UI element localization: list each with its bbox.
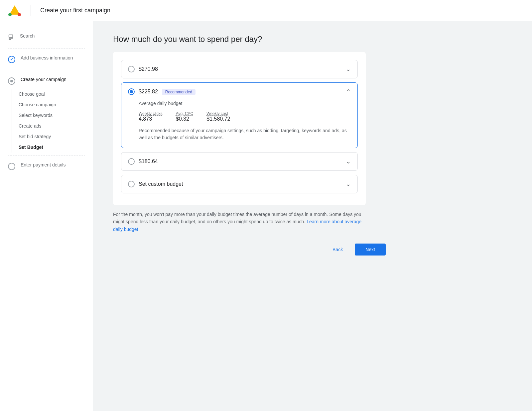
sidebar-divider-1 (8, 48, 85, 49)
sidebar-subitem-set-bid-strategy[interactable]: Set bid strategy (19, 131, 93, 142)
stat-weekly-cost-value: $1,580.72 (206, 116, 230, 122)
next-button[interactable]: Next (355, 244, 386, 256)
page-title: Create your first campaign (40, 7, 110, 14)
budget-option-custom-header[interactable]: Set custom budget ⌄ (121, 175, 357, 193)
svg-point-3 (18, 13, 21, 16)
recommended-badge: Recommended (162, 89, 196, 95)
radio-custom[interactable] (128, 181, 135, 187)
budget-option-180-header[interactable]: $180.64 ⌄ (121, 153, 357, 170)
chevron-down-icon-custom: ⌄ (346, 180, 351, 188)
stat-weekly-clicks-value: 4,873 (139, 116, 163, 122)
budget-option-custom-left: Set custom budget (128, 181, 183, 187)
campaign-circle-icon (8, 77, 15, 85)
main-layout: Search Add business information Create y… (0, 21, 532, 411)
stat-avg-cpc-value: $0.32 (176, 116, 193, 122)
budget-amount-custom: Set custom budget (139, 181, 183, 187)
chevron-down-icon-270: ⌄ (346, 65, 351, 73)
main-content: How much do you want to spend per day? $… (93, 21, 532, 411)
radio-270[interactable] (128, 66, 135, 72)
sidebar-item-search[interactable]: Search (0, 29, 93, 46)
sidebar-subitem-choose-campaign[interactable]: Choose campaign (19, 99, 93, 110)
budget-option-180-left: $180.64 (128, 158, 158, 165)
stat-weekly-clicks-label: Weekly clicks (139, 111, 163, 116)
logo-area: Create your first campaign (8, 4, 110, 17)
budget-amount-270: $270.98 (139, 66, 158, 72)
google-ads-logo (8, 4, 21, 17)
section-title: How much do you want to spend per day? (113, 35, 512, 44)
stat-weekly-clicks: Weekly clicks 4,873 (139, 111, 163, 122)
budget-option-180[interactable]: $180.64 ⌄ (121, 152, 358, 171)
budget-option-225-header[interactable]: $225.82 Recommended ⌃ (121, 83, 357, 101)
back-button[interactable]: Back (325, 244, 351, 256)
header: Create your first campaign (0, 0, 532, 21)
sidebar: Search Add business information Create y… (0, 21, 93, 411)
campaign-sub-items: Choose goal Choose campaign Select keywo… (0, 89, 93, 153)
sidebar-item-add-business[interactable]: Add business information (0, 51, 93, 67)
budget-option-270[interactable]: $270.98 ⌄ (121, 60, 358, 78)
sidebar-business-label: Add business information (21, 55, 73, 60)
sidebar-divider-3 (8, 155, 85, 155)
sidebar-subitem-set-budget[interactable]: Set Budget (19, 142, 93, 153)
budget-option-270-left: $270.98 (128, 66, 158, 72)
sidebar-divider-2 (8, 70, 85, 70)
sidebar-item-payment[interactable]: Enter payment details (0, 158, 93, 174)
stat-avg-cpc-label: Avg. CPC (176, 111, 193, 116)
avg-daily-label: Average daily budget (139, 101, 351, 106)
stat-avg-cpc: Avg. CPC $0.32 (176, 111, 193, 122)
sidebar-campaign-label: Create your campaign (21, 77, 66, 82)
budget-option-custom[interactable]: Set custom budget ⌄ (121, 175, 358, 193)
radio-225[interactable] (128, 88, 135, 95)
budget-amount-225: $225.82 (139, 89, 158, 94)
sidebar-subitem-create-ads[interactable]: Create ads (19, 121, 93, 131)
search-icon (8, 34, 15, 42)
footer-buttons: Back Next (113, 236, 406, 263)
chevron-up-icon-225: ⌃ (346, 88, 351, 95)
svg-point-2 (8, 13, 12, 16)
sidebar-payment-label: Enter payment details (21, 162, 66, 167)
stats-row: Weekly clicks 4,873 Avg. CPC $0.32 Weekl… (139, 111, 351, 122)
chevron-down-icon-180: ⌄ (346, 158, 351, 165)
budget-card: $270.98 ⌄ $225.82 Recommended (113, 52, 366, 205)
budget-amount-180: $180.64 (139, 158, 158, 164)
stat-weekly-cost-label: Weekly cost (206, 111, 230, 116)
vertical-line (12, 89, 12, 153)
radio-225-inner (130, 90, 133, 93)
stat-weekly-cost: Weekly cost $1,580.72 (206, 111, 230, 122)
budget-option-270-header[interactable]: $270.98 ⌄ (121, 60, 357, 78)
recommendation-text: Recommended because of your campaign set… (139, 127, 351, 141)
svg-rect-4 (9, 35, 13, 38)
radio-180[interactable] (128, 158, 135, 165)
svg-marker-0 (9, 5, 20, 15)
completed-icon (8, 56, 15, 63)
sidebar-subitem-choose-goal[interactable]: Choose goal (19, 89, 93, 99)
sidebar-subitem-select-keywords[interactable]: Select keywords (19, 110, 93, 121)
budget-option-225-expanded: Average daily budget Weekly clicks 4,873… (121, 101, 357, 148)
budget-225-title-group: $225.82 Recommended (139, 89, 196, 95)
payment-circle-icon (8, 163, 15, 170)
bottom-note: For the month, you won't pay more than y… (113, 211, 366, 233)
budget-option-225-left: $225.82 Recommended (128, 88, 196, 95)
header-divider (31, 5, 31, 16)
budget-option-225[interactable]: $225.82 Recommended ⌃ Average daily budg… (121, 82, 358, 148)
sidebar-item-create-campaign[interactable]: Create your campaign (0, 73, 93, 89)
sidebar-search-label: Search (20, 33, 35, 39)
